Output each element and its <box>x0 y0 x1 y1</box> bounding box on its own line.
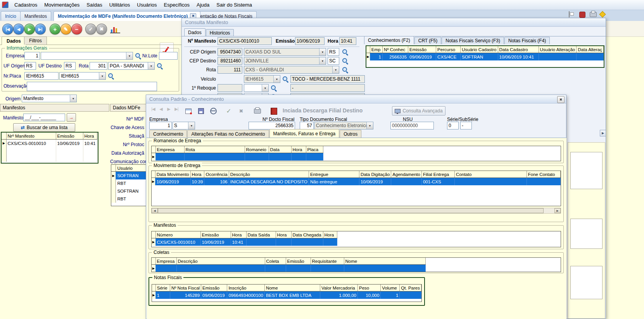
empresa-field[interactable]: 1 <box>24 52 40 60</box>
empresa-field[interactable]: 1 <box>149 122 172 129</box>
confirm-icon[interactable]: ✓ <box>223 106 234 116</box>
buscar-lista-button[interactable]: ⇄ Buscar de uma lista <box>13 123 75 132</box>
tab-alteracoes-conhecimento[interactable]: Alterações Feitas no Conhecimento <box>187 130 269 138</box>
nav-last-button[interactable]: ▶| <box>35 24 46 34</box>
emissao-field[interactable]: 10/06/2019 <box>295 37 325 45</box>
origem-combo[interactable]: Manifesto▼ <box>22 95 77 102</box>
tab-historicos[interactable]: Historicos <box>206 29 234 36</box>
table-row[interactable]: ▶ <box>152 153 323 161</box>
nav-last-icon[interactable]: ▶| <box>173 107 180 112</box>
placa-search-icon[interactable] <box>107 72 114 79</box>
uf-destino-field[interactable]: RS <box>64 62 76 70</box>
chevron-down-icon[interactable]: ▼ <box>126 52 133 59</box>
manifesto-mask-field[interactable]: __/___-______ <box>23 114 65 121</box>
table-row[interactable]: ▶ 1 2566335 09/06/2019 CXS/4CE SOFTRAN 1… <box>366 53 604 61</box>
nav-next-icon[interactable]: ▶ <box>165 107 173 112</box>
chevron-down-icon[interactable]: ▼ <box>319 48 326 55</box>
log-book-icon[interactable] <box>268 106 279 116</box>
nav-next-button[interactable]: ▶ <box>24 24 35 34</box>
reboque1-search-icon[interactable] <box>270 84 277 91</box>
refresh-icon[interactable] <box>208 106 219 116</box>
tipo-documento-combo[interactable]: Conhecimento Eletronico▼ <box>314 122 373 129</box>
chevron-down-icon[interactable]: ▼ <box>319 57 326 64</box>
chevron-down-icon[interactable]: ▼ <box>188 122 195 129</box>
cidade-destino-combo[interactable]: JOINVILLE▼ <box>244 57 326 65</box>
tab-outros[interactable]: Outros <box>340 130 361 138</box>
shortcut-icon[interactable] <box>600 12 605 17</box>
cep-origem-field[interactable]: 95047340 <box>218 48 242 56</box>
nav-prev-icon[interactable]: ◀ <box>157 107 165 112</box>
chevron-down-icon[interactable]: ▼ <box>332 66 339 73</box>
docto-fiscal-field[interactable]: 2566335 <box>249 122 295 129</box>
save-icon[interactable] <box>195 106 206 116</box>
placa-field[interactable]: IEH6615 <box>24 72 59 80</box>
tab-manifestos-faturas-entrega[interactable]: Manifestos, Faturas e Entrega <box>269 129 340 138</box>
veiculo-combo[interactable]: IEH6615▼ <box>244 75 280 83</box>
reboque1-combo[interactable]: ▼ <box>244 84 269 92</box>
horizontal-scrollbar[interactable]: ◀ ▶ <box>151 208 561 214</box>
rota-field[interactable]: 301 <box>90 62 107 70</box>
veiculo-search-icon[interactable] <box>282 76 288 82</box>
menu-saidas[interactable]: Saídas <box>83 1 105 9</box>
close-window-button[interactable]: ✖ <box>557 96 565 103</box>
chart-button[interactable] <box>110 25 120 33</box>
printer-icon[interactable] <box>590 12 597 17</box>
tab-conhecimentos[interactable]: Conhecimentos (F2) <box>364 36 414 44</box>
menu-sair-do-sistema[interactable]: Sair do Sistema <box>213 1 256 9</box>
table-row[interactable]: RBT <box>111 179 146 187</box>
table-row[interactable]: ▶ CXS/CXS-0010010 10/06/2019 10:41 <box>152 238 337 246</box>
menu-especificos[interactable]: Específicos <box>161 1 193 9</box>
confirm-button[interactable]: ✓ <box>85 24 96 34</box>
consulta-padrao-titlebar[interactable]: Consulta Padrão - Conhecimento <box>146 95 566 103</box>
menu-ajuda[interactable]: Ajuda <box>193 1 213 9</box>
tab-manifestos[interactable]: Manifestos <box>20 11 51 21</box>
placa-combo[interactable]: IEH6615▼ <box>59 72 106 80</box>
rota-search-icon[interactable] <box>156 62 163 69</box>
menu-movimentacoes[interactable]: Movimentações <box>41 1 83 9</box>
cep-origem-search-icon[interactable] <box>342 48 348 55</box>
empresa-search-icon[interactable] <box>135 52 141 59</box>
nrlote-field[interactable] <box>159 52 178 60</box>
empresa-combo[interactable]: S▼ <box>173 122 195 129</box>
table-row[interactable]: RBT <box>111 195 146 203</box>
scrollbar-thumb[interactable] <box>158 208 544 213</box>
nav-first-button[interactable]: |◀ <box>2 24 13 34</box>
cancel-button[interactable]: ✖ <box>96 24 107 34</box>
num-manifesto-field[interactable]: CXS/CXS-0010010 <box>218 37 272 45</box>
subserie-field[interactable]: - <box>460 122 472 129</box>
scroll-right-button[interactable]: ▶ <box>600 130 606 136</box>
edit-button[interactable]: ✎ <box>60 24 71 34</box>
menu-cadastros[interactable]: Cadastros <box>11 1 41 9</box>
tab-crt[interactable]: CRT (F5) <box>414 37 442 44</box>
consulta-manifesto-titlebar[interactable]: Consulta Manifesto <box>182 18 606 27</box>
tab-conhecimento[interactable]: Conhecimento <box>149 130 187 138</box>
tipo-documento-field[interactable]: 57 <box>300 122 314 129</box>
window-list-icon[interactable] <box>569 12 570 17</box>
cep-destino-field[interactable]: 89211460 <box>218 57 242 65</box>
chevron-down-icon[interactable]: ▼ <box>70 95 76 102</box>
table-row[interactable]: ▶ 10/06/2019 10:39 106 INICIADA DESCARGA… <box>152 178 561 186</box>
nsu-field[interactable]: 0000000000 <box>390 122 434 129</box>
chevron-down-icon[interactable]: ▼ <box>99 72 105 79</box>
chevron-down-icon[interactable]: ▼ <box>366 122 373 129</box>
scroll-right-icon[interactable]: ▶ <box>554 208 561 213</box>
chevron-down-icon[interactable]: ▼ <box>148 62 154 69</box>
cancel-icon[interactable]: ✖ <box>236 106 247 116</box>
consulta-avancada-button[interactable]: Consulta Avançada <box>392 106 445 116</box>
rota-field[interactable]: 111 <box>218 66 242 74</box>
tab-notas-fiscais[interactable]: Notas Fiscais (F4) <box>504 37 550 44</box>
tab-notas-fiscais-servico[interactable]: Notas Fiscais Serviço (F3) <box>442 37 504 44</box>
table-row[interactable]: ▶ CXS/CXS-0010010 10/06/2019 10:41 <box>2 140 97 147</box>
table-row[interactable] <box>2 147 97 154</box>
exit-icon[interactable] <box>579 12 585 18</box>
scroll-left-icon[interactable]: ◀ <box>152 208 158 213</box>
tab-dados[interactable]: Dados <box>184 28 205 36</box>
cep-destino-search-icon[interactable] <box>342 57 348 64</box>
rota-search-icon[interactable] <box>342 66 348 73</box>
serie-field[interactable]: 0 <box>447 122 459 129</box>
delete-button[interactable]: − <box>71 24 82 34</box>
chevron-down-icon[interactable]: ▼ <box>262 84 268 91</box>
table-row[interactable]: ▶SOFTRAN <box>111 172 146 180</box>
empresa-combo[interactable]: ▼ <box>41 52 133 60</box>
cidade-origem-combo[interactable]: CAXIAS DO SUL▼ <box>244 48 326 56</box>
